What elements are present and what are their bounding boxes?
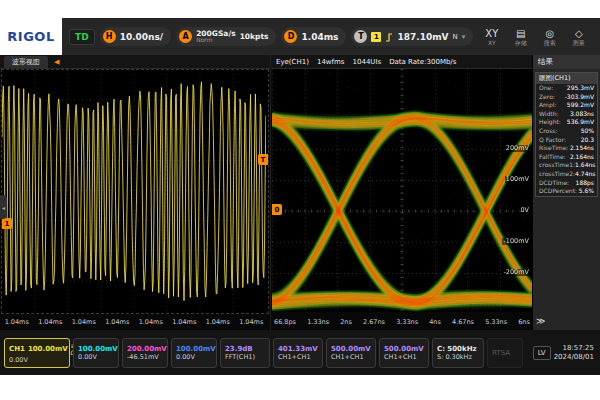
channel-box-ch2[interactable]: 100.00mV 0.00V — [73, 338, 119, 368]
result-value: 599.2mV — [567, 101, 594, 110]
toolbar-label: 搜索 — [544, 40, 556, 46]
time: 18:57:25 — [554, 344, 594, 353]
eye-time-label: 2ns — [340, 318, 352, 326]
result-label: Ampl: — [539, 101, 556, 110]
collapse-arrow-icon[interactable]: ◀ — [54, 58, 59, 66]
result-row: Height: 536.9mV — [536, 118, 597, 127]
toolbar-button[interactable]: XY XY — [478, 28, 505, 46]
math-operation: CH1+CH1 — [278, 354, 318, 361]
eye-time-label: 66.8ps — [274, 318, 296, 326]
toolbar-label: 测量 — [573, 40, 585, 46]
time-axis-label: 1.04ms — [72, 318, 96, 326]
math-scale: 500.00mV — [384, 345, 424, 353]
voltage-axis-label: -100mV — [502, 238, 530, 245]
trigger-coupling: N — [453, 33, 458, 41]
toolbar-icon: ▤ — [516, 28, 525, 39]
screen: RIGOL TD H 10.00ns/ A 200GSa/s Norm 10kp… — [0, 0, 600, 400]
results-list: One: 295.3mV Zero: -303.9mV Ampl: 599.2m… — [536, 84, 597, 196]
voltage-axis-label: 200mV — [505, 145, 530, 152]
trigger-level-value: 187.10mV — [397, 32, 448, 42]
eye-voltage-axis: 200mV100mV0V-100mV-200mV — [502, 145, 530, 276]
result-value: 2.154ns — [570, 144, 594, 153]
ch1-label: CH1 — [9, 345, 25, 353]
waveform-panel: 波形视图 ◀ 1 T 1.04ms1.04ms1.04ms1.04ms1.04m… — [0, 55, 270, 330]
trigger-source-badge: 1 — [371, 32, 381, 42]
eye-time-label: 4ns — [429, 318, 441, 326]
toolbar-button[interactable]: ▤ 存储 — [507, 28, 534, 46]
results-box: 眼图(CH1) One: 295.3mV Zero: -303.9mV — [535, 72, 598, 197]
toolbar-icon: ◎ — [545, 28, 554, 39]
result-row: Width: 3.083ns — [536, 110, 597, 119]
toolbar-button[interactable]: ≡ 解码 — [594, 28, 600, 46]
result-label: RiseTime: — [539, 144, 568, 153]
rigol-logo: RIGOL — [0, 18, 62, 55]
waveform-canvas — [2, 70, 266, 311]
eye-time-axis: 66.8ps1.33ns2ns2.67ns3.33ns4ns4.67ns5.33… — [271, 314, 533, 329]
lv-button[interactable]: LV — [533, 346, 551, 360]
delay-button[interactable]: D 1.04ms — [281, 27, 346, 46]
math-box[interactable]: 401.33mV CH1+CH1 — [273, 338, 323, 368]
oscilloscope-ui: RIGOL TD H 10.00ns/ A 200GSa/s Norm 10kp… — [0, 18, 600, 375]
voltage-axis-label: 100mV — [505, 176, 530, 183]
horizontal-scale-button[interactable]: H 10.00ns/ — [100, 27, 172, 46]
toolbar-button[interactable]: ◇ 测量 — [565, 28, 592, 46]
result-label: crossTime2: — [539, 170, 575, 179]
eye-plot[interactable]: 0 200mV100mV0V-100mV-200mV — [272, 69, 532, 312]
t-key-icon: T — [354, 30, 367, 43]
result-value: 5.6% — [579, 187, 594, 196]
counter-box[interactable]: C: 500kHz S: 0.30kHz — [432, 338, 484, 368]
result-value: 4.74ns — [575, 170, 595, 179]
d-key-icon: D — [284, 30, 297, 43]
voltage-axis-label: 0V — [519, 207, 530, 214]
channel-box-ch3[interactable]: 200.00mV -46.51mV — [122, 338, 168, 368]
ch1-ground-marker[interactable]: 1 — [2, 218, 12, 229]
ch3-offset: -46.51mV — [127, 354, 163, 361]
result-value: 188ps — [576, 179, 594, 188]
channel-box-ch4[interactable]: 100.00mV 0.00V — [171, 338, 217, 368]
result-row: Zero: -303.9mV — [536, 93, 597, 102]
waveform-time-axis: 1.04ms1.04ms1.04ms1.04ms1.04ms1.04ms1.04… — [0, 314, 268, 329]
ch4-scale: 100.00mV — [176, 345, 212, 353]
waveform-view-tab[interactable]: 波形视图 — [4, 56, 48, 68]
eye-time-label: 2.67ns — [363, 318, 385, 326]
math-box[interactable]: 500.00mV CH1+CH1 — [379, 338, 429, 368]
result-label: DCDTime: — [539, 179, 569, 188]
ch1-offset: 0.00V — [9, 357, 65, 364]
result-row: Q Factor: 20.3 — [536, 136, 597, 145]
time-axis-label: 1.04ms — [5, 318, 29, 326]
eye-panel: Eye(CH1) 14wfms 1044UIs Data Rate:300Mb/… — [270, 55, 533, 330]
waveform-panel-header: 波形视图 ◀ — [0, 55, 270, 69]
acquire-button[interactable]: A 200GSa/s Norm 10kpts — [176, 27, 276, 46]
left-drawer-handle[interactable]: ◂ — [0, 195, 7, 219]
results-source[interactable]: 眼图(CH1) — [536, 73, 597, 84]
toolbar-button[interactable]: ◎ 搜索 — [536, 28, 563, 46]
result-label: FallTime: — [539, 153, 566, 162]
eye-ground-marker[interactable]: 0 — [272, 204, 282, 215]
eye-time-label: 3.33ns — [396, 318, 418, 326]
rtsa-box[interactable]: RTSA — [487, 338, 523, 368]
expand-icon[interactable]: ≫ — [536, 316, 545, 326]
math-box[interactable]: 500.00mV CH1+CH1 — [326, 338, 376, 368]
trigger-button[interactable]: T 1 187.10mV N ▾ — [351, 27, 473, 46]
ch3-scale: 200.00mV — [127, 345, 163, 353]
toolbar-label: XY — [488, 40, 496, 46]
result-value: 536.9mV — [567, 118, 594, 127]
result-value: 3.083ns — [570, 110, 594, 119]
ch2-scale: 100.00mV — [78, 345, 114, 353]
time-axis-label: 1.04ms — [105, 318, 129, 326]
time-axis-label: 1.04ms — [38, 318, 62, 326]
trigger-level-marker[interactable]: T — [258, 154, 268, 165]
result-row: DCDTime: 188ps — [536, 179, 597, 188]
result-label: Width: — [539, 110, 558, 119]
channel-box-ch1[interactable]: CH1 100.00mV ≡ Ω 0.00V — [4, 338, 70, 368]
result-label: Height: — [539, 118, 561, 127]
math-box[interactable]: 23.9dB FFT(CH1) — [220, 338, 270, 368]
math-operation: FFT(CH1) — [225, 354, 265, 361]
toolbar-label: 存储 — [515, 40, 527, 46]
time-axis-label: 1.04ms — [206, 318, 230, 326]
time-axis-label: 1.04ms — [239, 318, 263, 326]
results-title: 结果 — [533, 55, 600, 69]
waveform-plot[interactable]: 1 T — [1, 69, 269, 314]
h-key-icon: H — [103, 30, 116, 43]
result-row: One: 295.3mV — [536, 84, 597, 93]
